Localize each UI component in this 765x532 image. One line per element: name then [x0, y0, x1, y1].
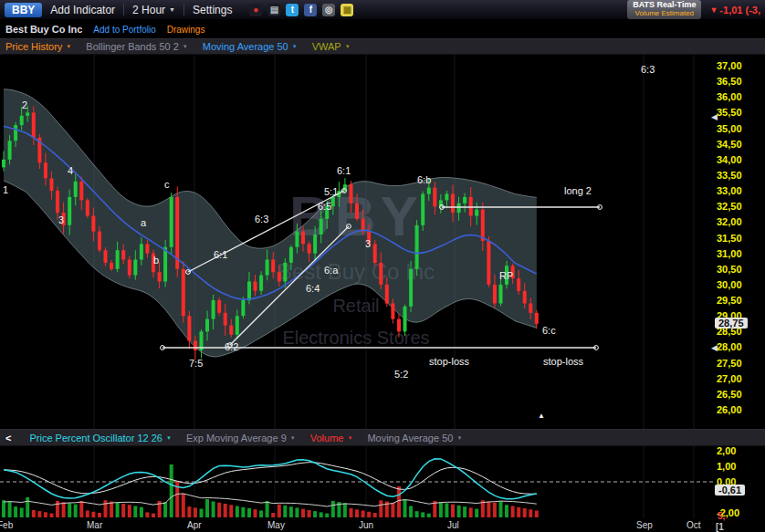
chart-annotation[interactable]: 6:4 [306, 283, 320, 294]
indicator-bar-lower: <Price Percent Oscillator 12 26▼Exp Movi… [0, 429, 765, 446]
chart-annotation[interactable]: stop-loss [429, 356, 469, 367]
chart-annotation[interactable]: 6:c [542, 325, 556, 336]
chevron-down-icon: ▼ [345, 44, 351, 49]
chart-annotation[interactable]: 1 [3, 184, 8, 195]
bollinger-band [4, 89, 537, 357]
indicator-bollinger-bands[interactable]: Bollinger Bands 50 2▼ [86, 41, 187, 52]
price-change: ▼ -1,01 (-3, [709, 5, 760, 16]
symbol-button[interactable]: BBY [5, 3, 42, 17]
chevron-down-icon: ▼ [66, 44, 71, 49]
price-axis-label: 37,00 [717, 60, 742, 71]
indicator-label: Exp Moving Average 9 [186, 433, 287, 443]
price-axis-label: 30,50 [717, 264, 742, 275]
data-feed-badge[interactable]: BATS Real-Time Volume Estimated [627, 0, 701, 19]
indicator-exp-moving-average-9[interactable]: Exp Moving Average 9▼ [186, 433, 296, 443]
price-axis-label: 34,50 [717, 139, 742, 150]
price-axis[interactable]: 37,0036,5036,0035,5035,0034,5034,0033,50… [713, 55, 765, 429]
chart-annotation[interactable]: 3 [365, 238, 371, 249]
settings-button[interactable]: Settings [193, 4, 232, 16]
price-axis-label: 35,50 [717, 107, 742, 118]
toolbar-icon-group: ●▤tf◎▦ [249, 4, 353, 16]
add-to-portfolio-link[interactable]: Add to Portfolio [93, 25, 155, 35]
main-chart[interactable]: BBY Best Buy Co Inc Retail Electronics S… [0, 55, 713, 429]
chart-annotation[interactable]: 5:1 [324, 186, 338, 197]
indicator-price-percent-oscillator[interactable]: Price Percent Oscillator 12 26▼ [29, 433, 171, 443]
indicator-vwap[interactable]: VWAP▼ [312, 41, 351, 52]
indicator-label: Price Percent Oscillator 12 26 [29, 433, 162, 443]
timeframe-dropdown[interactable]: 2 Hour ▼ [132, 4, 175, 16]
corner-extra-label: 5, [718, 511, 725, 521]
price-axis-label: 31,00 [717, 248, 742, 259]
chart-annotation[interactable]: 7:5 [189, 358, 203, 369]
twitter-icon[interactable]: t [286, 4, 299, 16]
app-window: BBY Add Indicator 2 Hour ▼ Settings ●▤tf… [0, 0, 765, 532]
price-axis-label: 30,00 [717, 279, 742, 290]
chart-annotation[interactable]: RP [499, 270, 513, 281]
chart-annotation[interactable]: c [164, 179, 170, 190]
oscillator-axis-label: 2,00 [717, 445, 736, 456]
snapshot-icon[interactable]: ◎ [322, 4, 335, 16]
price-axis-label: 27,00 [717, 373, 742, 384]
price-axis-label: 32,50 [717, 201, 742, 212]
price-axis-label: 27,50 [717, 358, 742, 369]
toolbar-divider [183, 4, 184, 16]
indicator-moving-average-50[interactable]: Moving Average 50▼ [203, 41, 298, 52]
scroll-left-button[interactable]: < [5, 433, 11, 443]
facebook-icon[interactable]: f [304, 4, 317, 16]
chevron-down-icon: ▼ [456, 435, 462, 441]
chart-annotation[interactable]: 6:2 [225, 341, 238, 352]
chart-annotation[interactable]: 6:1 [214, 249, 227, 260]
add-indicator-button[interactable]: Add Indicator [50, 4, 115, 16]
oscillator-svg [0, 446, 713, 518]
price-axis-label: 36,50 [717, 76, 742, 87]
time-axis-label: Jun [359, 520, 373, 530]
price-axis-label: 33,00 [717, 185, 742, 196]
time-axis-label: Jul [447, 520, 459, 530]
price-axis-label: 29,50 [717, 295, 742, 306]
chart-annotation[interactable]: a [141, 217, 146, 228]
subheader: Best Buy Co Inc Add to Portfolio Drawing… [0, 20, 765, 38]
chart-annotation[interactable]: long 2 [564, 185, 592, 196]
company-name: Best Buy Co Inc [5, 24, 82, 35]
chart-annotation[interactable]: 6:5 [318, 201, 331, 212]
chart-annotation[interactable]: ▲ [538, 412, 545, 420]
indicator-label: VWAP [312, 41, 341, 52]
price-chart-svg [0, 55, 713, 429]
chart-annotation[interactable]: stop-loss [543, 356, 583, 367]
chart-annotation[interactable]: 6:a [324, 265, 338, 276]
indicator-volume[interactable]: Volume▼ [310, 433, 353, 443]
volume-bars [2, 464, 539, 517]
ppo-value-badge: -0,61 [715, 485, 745, 495]
indicator-price-history[interactable]: Price History▼ [5, 41, 71, 52]
price-axis-label: 34,00 [717, 154, 742, 165]
oscillator-chart[interactable] [0, 446, 713, 518]
alerts-icon[interactable]: ● [249, 4, 262, 16]
chart-annotation[interactable]: 5:2 [394, 369, 408, 380]
news-icon[interactable]: ▤ [267, 4, 280, 16]
drawings-link[interactable]: Drawings [167, 25, 205, 35]
price-axis-label: 31,50 [717, 233, 742, 244]
time-axis-label: Sep [636, 520, 653, 530]
oscillator-axis[interactable]: 2,001,000,00-2,00-0,61 [713, 446, 765, 518]
price-axis-label: 36,00 [717, 91, 742, 102]
time-axis-label: May [267, 520, 285, 530]
chart-annotation[interactable]: 4 [68, 165, 73, 176]
chart-annotation[interactable]: 6:3 [641, 64, 655, 75]
chart-annotation[interactable]: b [153, 255, 159, 266]
price-axis-label: 28,00 [717, 341, 742, 352]
time-axis: FebMarAprMayJunJulSepOct [0, 519, 713, 532]
time-axis-label: Feb [0, 520, 13, 530]
time-axis-label: Oct [686, 520, 701, 530]
change-text: -1,01 (-3, [719, 5, 760, 16]
chart-annotation[interactable]: 6:1 [337, 165, 351, 176]
down-arrow-icon: ▼ [709, 5, 718, 15]
chart-annotation[interactable]: 2 [22, 99, 27, 110]
chart-annotation[interactable]: 3 [58, 214, 64, 225]
indicator-volume-moving-average-50[interactable]: Moving Average 50▼ [367, 433, 462, 443]
chart-annotation[interactable]: 6:3 [255, 214, 268, 224]
notes-icon[interactable]: ▦ [341, 4, 353, 16]
chart-annotation[interactable]: 6:b [417, 174, 431, 185]
price-axis-label: 33,50 [717, 170, 742, 181]
indicator-label: Volume [310, 433, 344, 443]
price-axis-label: 35,00 [717, 123, 742, 134]
